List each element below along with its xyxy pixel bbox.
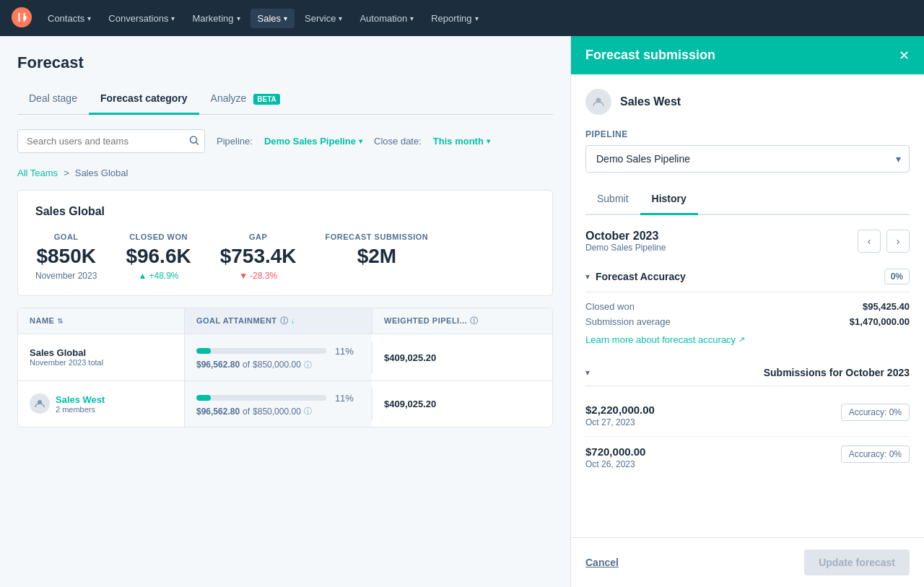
forecast-accuracy-section: ▾ Forecast Accuracy 0% Closed won $95,42… xyxy=(585,261,910,354)
td-pipeline-sales-west: $409,025.20 xyxy=(372,388,552,419)
history-period-info: October 2023 Demo Sales Pipeline xyxy=(585,230,666,253)
panel-close-button[interactable]: ✕ xyxy=(899,49,910,62)
row-sub: November 2023 total xyxy=(30,358,173,367)
panel-tabs: Submit History xyxy=(585,187,910,215)
chevron-down-icon: ▾ xyxy=(171,14,175,22)
metric-closed-won-label: CLOSED WON xyxy=(126,232,191,241)
row-name-link[interactable]: Sales West xyxy=(56,394,105,405)
th-weighted-pipeline: WEIGHTED PIPELI... ⓘ xyxy=(372,308,552,334)
breadcrumb-current: Sales Global xyxy=(75,168,128,178)
close-date-label: Close date: xyxy=(374,136,422,147)
period-sub: Demo Sales Pipeline xyxy=(585,243,666,253)
pipeline-value: $409,025.20 xyxy=(384,399,436,409)
chevron-down-icon: ▾ xyxy=(87,14,91,22)
accordion-body-accuracy: Closed won $95,425.40 Submission average… xyxy=(585,292,910,354)
acc-value: $95,425.40 xyxy=(863,301,910,312)
nav-item-contacts[interactable]: Contacts ▾ xyxy=(40,9,98,28)
info-icon: ⓘ xyxy=(304,360,312,370)
accuracy-tag: Accuracy: 0% xyxy=(841,404,910,421)
card-metrics: GOAL $850K November 2023 CLOSED WON $96.… xyxy=(35,232,535,281)
acc-label: Closed won xyxy=(585,301,635,312)
search-button[interactable] xyxy=(189,135,199,147)
hubspot-logo[interactable] xyxy=(12,7,32,30)
team-avatar xyxy=(30,393,50,414)
info-icon: ⓘ xyxy=(304,406,312,417)
panel-header: Forecast submission ✕ xyxy=(571,36,924,74)
accordion-title-row: ▾ Forecast Accuracy xyxy=(585,271,686,282)
acc-row-submission-avg: Submission average $1,470,000.00 xyxy=(585,316,910,327)
nav-item-service[interactable]: Service ▾ xyxy=(297,9,349,28)
pipeline-filter[interactable]: Demo Sales Pipeline ▾ xyxy=(264,136,362,147)
beta-badge: BETA xyxy=(253,94,279,105)
td-pipeline-sales-global: $409,025.20 xyxy=(372,342,552,373)
chevron-down-icon: ▾ xyxy=(339,14,342,22)
accordion-title: Forecast Accuracy xyxy=(596,271,686,282)
submission-amount: $2,220,000.00 xyxy=(585,404,655,416)
submission-item: $720,000.00 Oct 26, 2023 Accuracy: 0% xyxy=(585,437,910,478)
progress-bar-bg xyxy=(196,348,326,354)
pipeline-label: Pipeline: xyxy=(217,136,253,147)
chevron-down-icon: ▾ xyxy=(284,14,287,22)
data-table: NAME ⇅ GOAL ATTAINMENT ⓘ ↓ WEIGHTED PIPE… xyxy=(17,308,553,428)
td-name-sales-west: Sales West 2 members xyxy=(18,383,184,424)
panel-tab-submit[interactable]: Submit xyxy=(585,187,640,215)
filters-bar: Pipeline: Demo Sales Pipeline ▾ Close da… xyxy=(17,129,553,153)
nav-item-automation[interactable]: Automation ▾ xyxy=(352,9,421,28)
panel-footer: Cancel Update forecast xyxy=(571,537,924,587)
close-date-filter[interactable]: This month ▾ xyxy=(433,136,490,147)
tab-forecast-category[interactable]: Forecast category xyxy=(89,87,199,115)
history-period: October 2023 Demo Sales Pipeline ‹ › xyxy=(585,230,910,253)
metric-goal-value: $850K xyxy=(35,245,97,268)
progress-percentage: 11% xyxy=(335,346,354,357)
chevron-down-icon: ▾ xyxy=(359,137,362,145)
period-next-button[interactable]: › xyxy=(886,230,910,253)
metric-gap-label: GAP xyxy=(220,232,297,241)
metric-gap-value: $753.4K xyxy=(220,245,297,268)
td-goal-sales-global: 11% $96,562.80 of $850,000.00 ⓘ xyxy=(184,334,372,381)
submission-date: Oct 26, 2023 xyxy=(585,459,645,469)
breadcrumb-all-teams[interactable]: All Teams xyxy=(17,168,58,178)
period-prev-button[interactable]: ‹ xyxy=(858,230,881,253)
progress-bar-fill xyxy=(196,348,211,354)
nav-item-reporting[interactable]: Reporting ▾ xyxy=(424,9,485,28)
nav-item-marketing[interactable]: Marketing ▾ xyxy=(185,9,247,28)
cancel-button[interactable]: Cancel xyxy=(585,557,619,568)
period-title: October 2023 xyxy=(585,230,666,243)
tab-deal-stage[interactable]: Deal stage xyxy=(17,87,89,115)
forecast-accuracy-header[interactable]: ▾ Forecast Accuracy 0% xyxy=(585,261,910,292)
nav-item-conversations[interactable]: Conversations ▾ xyxy=(101,9,182,28)
nav-item-sales[interactable]: Sales ▾ xyxy=(250,9,295,28)
search-input[interactable] xyxy=(17,129,205,153)
panel-user-avatar xyxy=(585,89,611,115)
submissions-header[interactable]: ▾ Submissions for October 2023 xyxy=(585,360,910,386)
panel-title: Forecast submission xyxy=(585,48,715,63)
progress-bar-bg xyxy=(196,395,326,401)
goal-amounts: $96,562.80 of $850,000.00 ⓘ xyxy=(196,406,360,417)
metric-forecast-submission-value: $2M xyxy=(326,245,429,268)
summary-card: Sales Global GOAL $850K November 2023 CL… xyxy=(17,190,553,296)
chevron-down-icon: ▾ xyxy=(410,14,414,22)
acc-row-closed-won: Closed won $95,425.40 xyxy=(585,301,910,312)
update-forecast-button[interactable]: Update forecast xyxy=(804,549,910,575)
progress-percentage: 11% xyxy=(335,392,354,403)
forecast-accuracy-link[interactable]: Learn more about forecast accuracy ↗ xyxy=(585,334,745,345)
accordion-chevron-icon: ▾ xyxy=(585,271,590,282)
pipeline-select[interactable]: Demo Sales Pipeline xyxy=(585,145,910,173)
row-name: Sales Global xyxy=(30,347,173,358)
chevron-down-icon: ▾ xyxy=(475,14,479,22)
external-link-icon: ↗ xyxy=(738,335,745,344)
forecast-tabs: Deal stage Forecast category Analyze BET… xyxy=(17,87,553,115)
metric-gap-change: ▼ -28.3% xyxy=(220,271,297,281)
submission-item: $2,220,000.00 Oct 27, 2023 Accuracy: 0% xyxy=(585,395,910,437)
svg-point-1 xyxy=(23,17,26,19)
acc-label: Submission average xyxy=(585,316,671,327)
panel-tab-history[interactable]: History xyxy=(640,187,698,215)
search-box xyxy=(17,129,205,153)
metric-closed-won: CLOSED WON $96.6K ▲ +48.9% xyxy=(126,232,191,281)
metric-goal-sub: November 2023 xyxy=(35,271,97,281)
tab-analyze[interactable]: Analyze BETA xyxy=(199,87,292,115)
svg-point-0 xyxy=(12,7,32,27)
pipeline-field-label: Pipeline xyxy=(585,129,910,139)
row-sub: 2 members xyxy=(56,405,105,414)
th-goal-attainment: GOAL ATTAINMENT ⓘ ↓ xyxy=(184,308,372,334)
